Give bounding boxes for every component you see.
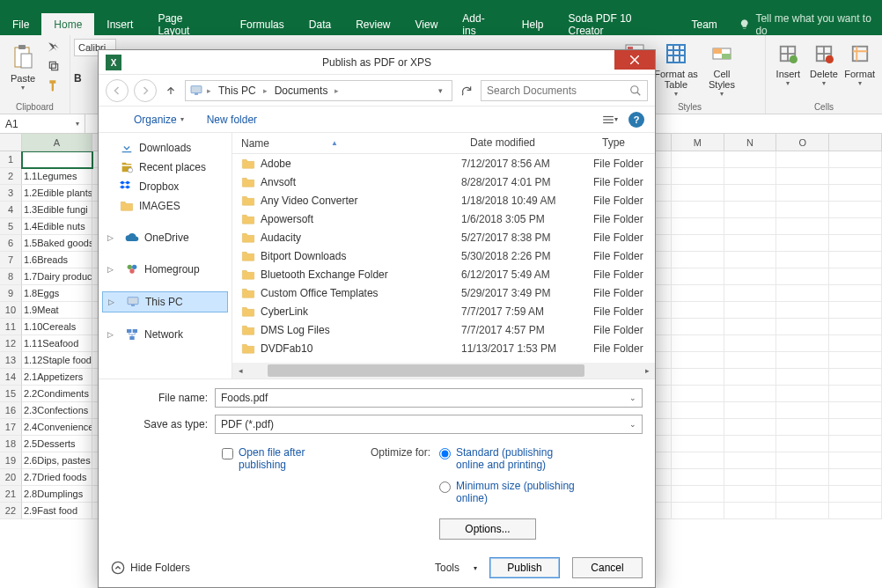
- row-header[interactable]: 17: [0, 419, 22, 436]
- cut-icon[interactable]: [46, 39, 62, 55]
- tab-team[interactable]: Team: [680, 13, 730, 35]
- name-box[interactable]: A1▾: [0, 114, 85, 133]
- cell[interactable]: [776, 369, 829, 386]
- row-header[interactable]: 4: [0, 202, 22, 218]
- hide-folders-button[interactable]: Hide Folders: [111, 561, 190, 575]
- save-type-dropdown[interactable]: PDF (*.pdf)⌄: [215, 415, 643, 434]
- cell[interactable]: [776, 252, 829, 268]
- file-row[interactable]: Bitport Downloads5/30/2018 2:26 PMFile F…: [232, 246, 655, 265]
- file-list[interactable]: Adobe7/12/2017 8:56 AMFile FolderAnvsoft…: [232, 154, 655, 363]
- breadcrumb-seg-1[interactable]: Documents: [271, 85, 332, 97]
- cell[interactable]: [672, 503, 724, 519]
- cell[interactable]: [829, 235, 882, 252]
- cell[interactable]: 1.2Edible plants: [22, 185, 92, 202]
- cell[interactable]: [672, 268, 724, 285]
- cell[interactable]: [829, 352, 882, 369]
- cell[interactable]: [672, 402, 724, 419]
- row-header[interactable]: 3: [0, 185, 22, 202]
- cell[interactable]: [672, 469, 724, 486]
- cell[interactable]: [672, 168, 724, 185]
- cell[interactable]: [724, 319, 777, 335]
- tab-addins[interactable]: Add-ins: [450, 13, 510, 35]
- file-row[interactable]: Audacity5/27/2017 8:38 PMFile Folder: [232, 228, 655, 246]
- file-name-input[interactable]: Foods.pdf⌄: [215, 388, 643, 408]
- cell[interactable]: [672, 452, 724, 469]
- cell[interactable]: [724, 469, 777, 486]
- cell[interactable]: [724, 202, 777, 218]
- col-type[interactable]: Type: [593, 133, 655, 153]
- cell[interactable]: [724, 402, 777, 419]
- nav-tree[interactable]: DownloadsRecent placesDropboxIMAGES▷OneD…: [99, 133, 232, 379]
- tab-page-layout[interactable]: Page Layout: [145, 13, 227, 35]
- cell[interactable]: [829, 335, 882, 352]
- row-header[interactable]: 1: [0, 151, 22, 168]
- cell[interactable]: [724, 151, 777, 168]
- cell[interactable]: [672, 151, 724, 168]
- format-cells-button[interactable]: Format▾: [842, 39, 877, 87]
- cell[interactable]: [724, 335, 777, 352]
- cell[interactable]: [776, 402, 829, 419]
- cell[interactable]: [776, 486, 829, 503]
- cell[interactable]: [829, 419, 882, 436]
- cancel-button[interactable]: Cancel: [572, 557, 643, 578]
- cell[interactable]: 1.7Dairy products: [22, 268, 92, 285]
- cell[interactable]: [776, 185, 829, 202]
- col-header[interactable]: O: [776, 134, 829, 151]
- cell[interactable]: [829, 252, 882, 268]
- format-as-table-button[interactable]: Format as Table▾: [651, 39, 701, 98]
- cell[interactable]: [672, 335, 724, 352]
- file-list-header[interactable]: Name▲ Date modified Type: [232, 133, 655, 154]
- cell[interactable]: 1.10Cereals: [22, 319, 92, 335]
- file-row[interactable]: DMS Log Files7/7/2017 4:57 PMFile Folder: [232, 320, 655, 339]
- file-row[interactable]: Apowersoft1/6/2018 3:05 PMFile Folder: [232, 209, 655, 228]
- cell[interactable]: 1.1Legumes: [22, 168, 92, 185]
- cell[interactable]: [829, 503, 882, 519]
- cell[interactable]: [724, 285, 777, 302]
- cell[interactable]: [829, 402, 882, 419]
- cell[interactable]: 1.11Seafood: [22, 335, 92, 352]
- options-button[interactable]: Options...: [439, 518, 536, 540]
- cell[interactable]: [829, 452, 882, 469]
- new-folder-button[interactable]: New folder: [207, 114, 257, 126]
- cell[interactable]: [829, 218, 882, 235]
- cell[interactable]: [672, 436, 724, 452]
- cell[interactable]: [776, 302, 829, 319]
- cell[interactable]: [776, 436, 829, 452]
- nav-up-button[interactable]: [162, 82, 180, 99]
- cell[interactable]: 1.8Eggs: [22, 285, 92, 302]
- cell[interactable]: [672, 285, 724, 302]
- cell[interactable]: [724, 419, 777, 436]
- row-header[interactable]: 2: [0, 168, 22, 185]
- cell[interactable]: [829, 185, 882, 202]
- tree-item[interactable]: Dropbox: [102, 177, 228, 196]
- row-header[interactable]: 13: [0, 352, 22, 369]
- close-button[interactable]: [614, 50, 655, 70]
- file-row[interactable]: Custom Office Templates5/29/2017 3:49 PM…: [232, 283, 655, 302]
- cell[interactable]: [724, 352, 777, 369]
- breadcrumb-seg-0[interactable]: This PC: [215, 85, 260, 97]
- cell[interactable]: [829, 268, 882, 285]
- cell[interactable]: [724, 436, 777, 452]
- cell[interactable]: [724, 369, 777, 386]
- tab-insert[interactable]: Insert: [94, 13, 145, 35]
- insert-cells-button[interactable]: Insert▾: [771, 39, 805, 87]
- cell[interactable]: [724, 168, 777, 185]
- cell[interactable]: [724, 486, 777, 503]
- cell[interactable]: [672, 386, 724, 402]
- optimize-standard-radio[interactable]: Standard (publishing online and printing…: [439, 446, 579, 471]
- cell[interactable]: [672, 252, 724, 268]
- cell[interactable]: 1.9Meat: [22, 302, 92, 319]
- cell[interactable]: [776, 218, 829, 235]
- cell[interactable]: [724, 268, 777, 285]
- nav-back-button[interactable]: [106, 79, 129, 102]
- cell[interactable]: [672, 185, 724, 202]
- file-row[interactable]: Anvsoft8/28/2017 4:01 PMFile Folder: [232, 173, 655, 191]
- row-header[interactable]: 21: [0, 486, 22, 503]
- cell-styles-button[interactable]: Cell Styles▾: [702, 39, 741, 98]
- cell[interactable]: [829, 319, 882, 335]
- cell[interactable]: 2.3Confections: [22, 402, 92, 419]
- tree-item[interactable]: Downloads: [102, 138, 228, 158]
- cell[interactable]: [776, 419, 829, 436]
- cell[interactable]: [724, 185, 777, 202]
- file-row[interactable]: CyberLink7/7/2017 7:59 AMFile Folder: [232, 302, 655, 320]
